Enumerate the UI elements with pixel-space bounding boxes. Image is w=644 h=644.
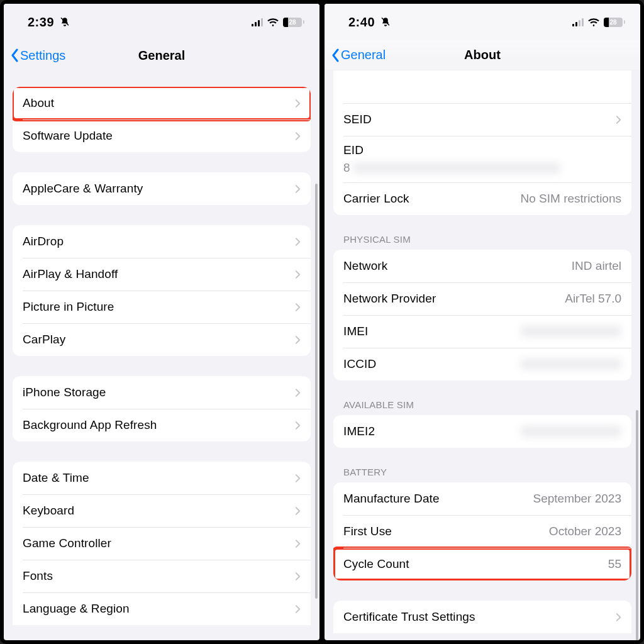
chevron-right-icon bbox=[295, 388, 301, 397]
chevron-right-icon bbox=[295, 474, 301, 483]
redacted-value bbox=[521, 358, 621, 370]
scroll-indicator[interactable] bbox=[315, 184, 318, 599]
row-label: Cycle Count bbox=[343, 557, 608, 571]
settings-row[interactable]: Keyboard bbox=[13, 494, 311, 527]
row-label: First Use bbox=[343, 525, 549, 538]
row-label: CarPlay bbox=[23, 333, 289, 347]
back-label: General bbox=[341, 48, 386, 62]
row-label: Language & Region bbox=[23, 602, 289, 616]
scroll-indicator[interactable] bbox=[636, 410, 638, 640]
settings-row[interactable]: Fonts bbox=[13, 560, 311, 592]
wifi-icon bbox=[587, 18, 600, 27]
row-label: Game Controller bbox=[23, 536, 289, 550]
chevron-right-icon bbox=[295, 539, 301, 548]
chevron-right-icon bbox=[295, 421, 301, 430]
silent-mode-icon bbox=[380, 16, 391, 28]
redacted-value bbox=[521, 326, 621, 337]
battery-icon: 28 bbox=[604, 18, 625, 27]
settings-group: iPhone StorageBackground App Refresh bbox=[13, 376, 311, 441]
settings-row[interactable]: iPhone Storage bbox=[13, 376, 311, 409]
settings-row[interactable]: Date & Time bbox=[13, 462, 311, 494]
chevron-right-icon bbox=[616, 613, 621, 622]
settings-row[interactable]: EID8 bbox=[333, 136, 631, 182]
row-label: SEID bbox=[343, 113, 609, 126]
battery-icon: 28 bbox=[283, 18, 304, 27]
back-button[interactable]: General bbox=[331, 48, 386, 62]
settings-row[interactable]: Cycle Count55 bbox=[333, 548, 631, 580]
row-value: IND airtel bbox=[572, 259, 621, 273]
chevron-right-icon bbox=[295, 270, 301, 279]
chevron-right-icon bbox=[295, 506, 301, 516]
status-time: 2:40 bbox=[348, 15, 375, 30]
dual-screenshot-frame: 2:39 28 bbox=[0, 0, 644, 644]
settings-row[interactable] bbox=[333, 70, 631, 103]
status-bar-left: 2:40 bbox=[348, 15, 391, 30]
settings-row[interactable]: Background App Refresh bbox=[13, 409, 311, 441]
settings-row[interactable]: Software Update bbox=[13, 119, 311, 152]
settings-group: NetworkIND airtelNetwork ProviderAirTel … bbox=[333, 250, 631, 380]
chevron-right-icon bbox=[295, 572, 301, 581]
redacted-value bbox=[353, 162, 560, 174]
settings-group: Certificate Trust Settings bbox=[333, 601, 631, 633]
settings-row[interactable]: Language & Region bbox=[13, 592, 311, 625]
chevron-left-icon bbox=[331, 48, 340, 62]
about-content[interactable]: SEIDEID8Carrier LockNo SIM restrictionsP… bbox=[325, 70, 640, 640]
settings-row[interactable]: Network ProviderAirTel 57.0 bbox=[333, 282, 631, 315]
status-bar-left: 2:39 bbox=[28, 15, 70, 30]
settings-row[interactable]: IMEI bbox=[333, 315, 631, 348]
settings-row[interactable]: Game Controller bbox=[13, 527, 311, 560]
navigation-bar: Settings General bbox=[4, 40, 319, 70]
row-label: AirPlay & Handoff bbox=[23, 267, 289, 281]
settings-group: IMEI2 bbox=[333, 415, 631, 448]
settings-row[interactable]: First UseOctober 2023 bbox=[333, 515, 631, 548]
settings-row[interactable]: AppleCare & Warranty bbox=[13, 172, 311, 205]
section-header: BATTERY bbox=[343, 467, 621, 477]
row-label: Certificate Trust Settings bbox=[343, 610, 609, 624]
settings-row[interactable]: About bbox=[13, 87, 311, 119]
row-label: About bbox=[23, 96, 289, 110]
status-bar: 2:40 28 bbox=[325, 4, 640, 40]
settings-row[interactable]: SEID bbox=[333, 103, 631, 136]
row-label: EID bbox=[343, 143, 364, 157]
settings-row[interactable]: Carrier LockNo SIM restrictions bbox=[333, 182, 631, 215]
chevron-left-icon bbox=[10, 48, 19, 62]
chevron-right-icon bbox=[295, 184, 301, 194]
chevron-right-icon bbox=[295, 335, 301, 345]
row-value: October 2023 bbox=[549, 525, 621, 538]
settings-group: AppleCare & Warranty bbox=[13, 172, 311, 205]
settings-row[interactable]: Certificate Trust Settings bbox=[333, 601, 631, 633]
settings-row[interactable]: AirDrop bbox=[13, 225, 311, 258]
settings-group: AirDropAirPlay & HandoffPicture in Pictu… bbox=[13, 225, 311, 356]
row-value: AirTel 57.0 bbox=[565, 292, 621, 306]
settings-row[interactable]: NetworkIND airtel bbox=[333, 250, 631, 282]
row-label: AirDrop bbox=[23, 235, 289, 248]
general-content[interactable]: AboutSoftware UpdateAppleCare & Warranty… bbox=[4, 70, 319, 640]
row-label: Keyboard bbox=[23, 504, 289, 518]
phone-about: 2:40 28 bbox=[323, 3, 641, 641]
chevron-right-icon bbox=[295, 604, 301, 614]
settings-row[interactable]: Manufacture DateSeptember 2023 bbox=[333, 482, 631, 515]
settings-row[interactable]: ICCID bbox=[333, 348, 631, 380]
status-time: 2:39 bbox=[28, 15, 54, 30]
section-header: PHYSICAL SIM bbox=[343, 234, 621, 245]
settings-row[interactable]: Picture in Picture bbox=[13, 291, 311, 323]
back-button[interactable]: Settings bbox=[10, 48, 65, 63]
settings-group: SEIDEID8Carrier LockNo SIM restrictions bbox=[333, 70, 631, 215]
settings-row[interactable]: AirPlay & Handoff bbox=[13, 258, 311, 291]
battery-percent: 28 bbox=[283, 18, 302, 27]
chevron-right-icon bbox=[295, 131, 301, 141]
settings-group: Date & TimeKeyboardGame ControllerFontsL… bbox=[13, 462, 311, 625]
silent-mode-icon bbox=[59, 16, 70, 28]
settings-group: Manufacture DateSeptember 2023First UseO… bbox=[333, 482, 631, 580]
chevron-right-icon bbox=[295, 99, 301, 108]
row-label: Fonts bbox=[23, 569, 289, 583]
settings-row[interactable]: CarPlay bbox=[13, 323, 311, 356]
battery-percent: 28 bbox=[604, 18, 623, 27]
row-label: Network bbox=[343, 259, 572, 273]
row-label: iPhone Storage bbox=[23, 386, 289, 399]
settings-row[interactable]: IMEI2 bbox=[333, 415, 631, 448]
row-value: September 2023 bbox=[533, 492, 622, 506]
status-bar-right: 28 bbox=[572, 18, 625, 27]
redacted-value bbox=[521, 426, 621, 437]
chevron-right-icon bbox=[616, 115, 621, 125]
